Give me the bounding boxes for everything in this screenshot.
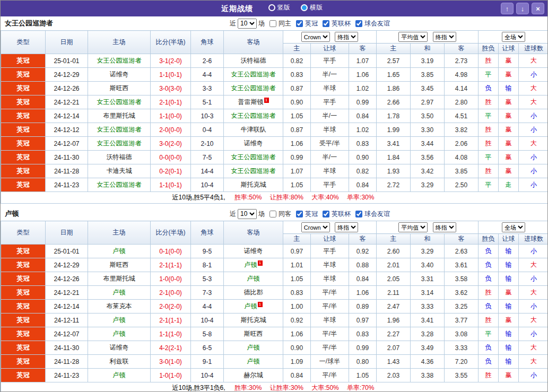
- euro-home-odds: 2.60: [377, 245, 411, 258]
- column-header-euro-away: 客: [445, 43, 479, 54]
- match-date: 24-11-23: [46, 369, 88, 382]
- league-checkbox[interactable]: [323, 211, 329, 217]
- goals-result-cell: 小: [519, 300, 548, 313]
- bookmaker-select[interactable]: Crown: [301, 32, 330, 42]
- recent-count-select[interactable]: 10: [238, 209, 257, 219]
- league-filter-efl-cup[interactable]: 英联杯: [323, 19, 351, 28]
- layout-option-vertical[interactable]: 竖版: [268, 3, 290, 12]
- match-date: 25-01-01: [46, 54, 88, 68]
- crown-away-odds: 0.84: [349, 272, 377, 286]
- summary-over-rate: 大率:40%: [311, 194, 338, 201]
- home-team-name: 卢顿: [113, 247, 126, 255]
- result-cell: 平: [479, 68, 499, 82]
- final-index-select[interactable]: 终指: [335, 32, 358, 42]
- result-cell: 胜: [479, 286, 499, 300]
- final-index-select-2[interactable]: 终指: [433, 32, 456, 42]
- same-venue-filter[interactable]: 同客: [269, 210, 291, 219]
- match-scope-select[interactable]: 全场: [502, 222, 525, 232]
- same-venue-checkbox[interactable]: [269, 20, 276, 27]
- euro-away-odds: 3.58: [445, 272, 479, 286]
- match-row: 英冠24-11-30诺维奇4-2(2-1)6-5卢顿0.90平/半0.992.0…: [1, 341, 548, 355]
- match-date: 24-12-26: [46, 82, 88, 95]
- handicap-line: 受平/半: [311, 137, 349, 151]
- league-badge: 英冠: [1, 355, 46, 369]
- crown-home-odds: 0.97: [283, 245, 311, 258]
- scroll-down-button[interactable]: ↓: [516, 3, 529, 14]
- average-odds-select[interactable]: 平均值: [398, 32, 428, 42]
- layout-option-horizontal[interactable]: 横版: [301, 3, 323, 12]
- league-filter-efl-cup[interactable]: 英联杯: [323, 210, 351, 219]
- league-label: 球会友谊: [364, 210, 390, 219]
- match-date: 24-12-07: [46, 327, 88, 341]
- result-cell: 负: [479, 245, 499, 258]
- handicap-line: 平/半: [311, 369, 349, 382]
- match-score: 3-1(2-0): [151, 54, 191, 68]
- goals-result-cell: 小: [519, 369, 548, 382]
- match-score: 1-1(0-1): [151, 178, 191, 192]
- euro-away-odds: 4.51: [445, 109, 479, 123]
- euro-draw-odds: 3.45: [411, 82, 445, 95]
- league-checkbox[interactable]: [323, 20, 329, 27]
- handicap-line: 半/一: [311, 151, 349, 164]
- corners-score: 5-8: [191, 327, 224, 341]
- scroll-up-button[interactable]: ↑: [501, 3, 514, 14]
- goals-result-cell: 小: [519, 68, 548, 82]
- league-filter-friendly[interactable]: 球会友谊: [355, 210, 390, 219]
- match-row: 英冠24-11-28利兹联3-0(1-0)9-1卢顿1.09一/球半0.801.…: [1, 355, 548, 369]
- crown-away-odds: 1.02: [349, 123, 377, 137]
- home-team-name: 卢顿: [113, 316, 126, 324]
- home-team: 沃特福德: [88, 151, 151, 164]
- result-cell: 胜: [479, 54, 499, 68]
- result-cell: 负: [479, 258, 499, 272]
- away-team: 卢顿1: [224, 300, 283, 313]
- corners-score: 8-1: [191, 258, 224, 272]
- crown-home-odds: 1.09: [283, 355, 311, 369]
- corners-score: 2-6: [191, 54, 224, 68]
- handicap-result-cell: 赢: [499, 123, 519, 137]
- league-checkbox[interactable]: [296, 20, 303, 27]
- match-score: 2-1(0-0): [151, 286, 191, 300]
- recent-count-select[interactable]: 10: [238, 19, 257, 29]
- match-row: 英冠24-12-26斯旺西3-0(3-0)3-3女王公园巡游者0.87半球1.0…: [1, 82, 548, 95]
- crown-away-odds: 1.05: [349, 369, 377, 382]
- same-venue-filter[interactable]: 同主: [269, 19, 291, 28]
- home-team: 诺维奇: [88, 341, 151, 355]
- away-team: 卢顿: [224, 355, 283, 369]
- league-filter-championship[interactable]: 英冠: [296, 19, 318, 28]
- layout-option-label: 横版: [310, 3, 323, 12]
- crown-home-odds: 1.06: [283, 137, 311, 151]
- euro-home-odds: 2.72: [377, 178, 411, 192]
- result-cell: 胜: [479, 123, 499, 137]
- match-scope-select[interactable]: 全场: [502, 32, 525, 42]
- average-odds-select[interactable]: 平均值: [398, 222, 428, 232]
- final-index-select[interactable]: 终指: [335, 222, 358, 232]
- column-header-euro-draw: 和: [411, 234, 445, 245]
- league-badge: 英冠: [1, 300, 46, 313]
- handicap-line: 半球: [311, 272, 349, 286]
- handicap-result-cell: 输: [499, 327, 519, 341]
- home-team-name: 女王公园巡游者: [97, 57, 142, 64]
- handicap-result-cell: 输: [499, 355, 519, 369]
- same-venue-checkbox[interactable]: [269, 211, 276, 217]
- league-filter-championship[interactable]: 英冠: [296, 210, 318, 219]
- league-filter-friendly[interactable]: 球会友谊: [355, 19, 390, 28]
- league-checkbox[interactable]: [296, 211, 303, 217]
- column-header-goals: 进球数: [519, 234, 548, 245]
- close-button[interactable]: ×: [532, 3, 544, 14]
- league-checkbox[interactable]: [355, 20, 362, 27]
- match-date: 24-12-07: [46, 137, 88, 151]
- same-venue-label: 同主: [279, 19, 291, 28]
- column-header-corners: 角球: [191, 31, 224, 54]
- match-row: 英冠25-01-01女王公园巡游者3-1(2-0)2-6沃特福德0.82平手1.…: [1, 54, 548, 68]
- result-cell: 负: [479, 341, 499, 355]
- result-cell: 平: [479, 109, 499, 123]
- down-arrow-icon: ↓: [521, 5, 525, 12]
- column-header-away: 客场: [224, 31, 283, 54]
- handicap-line: 平/半: [311, 286, 349, 300]
- league-checkbox[interactable]: [355, 211, 362, 217]
- bookmaker-select[interactable]: Crown: [301, 222, 330, 232]
- final-index-select-2[interactable]: 终指: [433, 222, 456, 232]
- away-team: 女王公园巡游者: [224, 109, 283, 123]
- away-team: 斯旺西: [224, 327, 283, 341]
- match-score: 3-0(2-0): [151, 137, 191, 151]
